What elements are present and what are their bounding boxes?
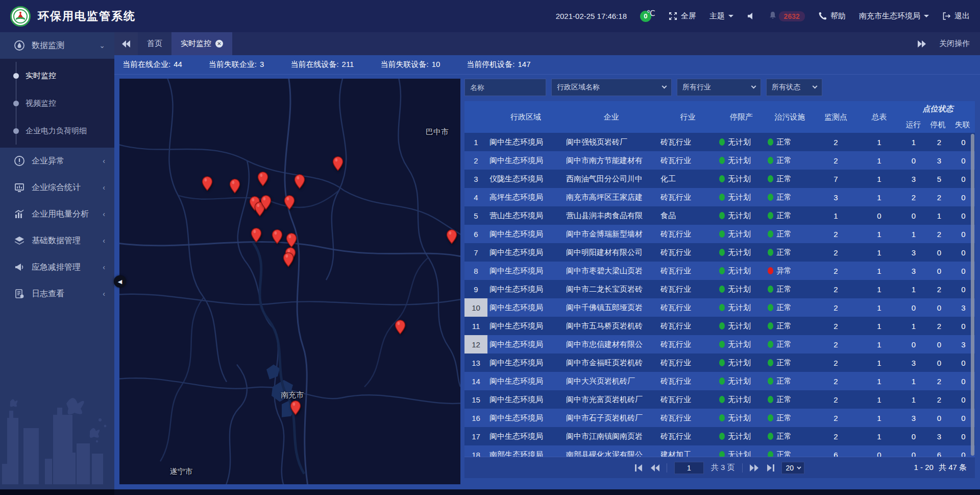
sidebar-item-log[interactable]: 日志查看‹ xyxy=(0,280,114,307)
table-row[interactable]: 18南部生态环境局南部县砚化水泥有限公建材加工无计划正常60060 xyxy=(464,445,975,457)
status-select[interactable]: 所有状态 xyxy=(766,79,822,96)
fullscreen-button[interactable]: 全屏 xyxy=(669,11,696,21)
tab-realtime-monitor[interactable]: 实时监控 ✕ xyxy=(172,32,232,55)
company-cell: 阆中市二龙长宝页岩砖 xyxy=(564,285,658,294)
status-dot-icon xyxy=(768,378,773,385)
sidebar-item-stats[interactable]: 企业综合统计‹ xyxy=(0,174,114,201)
running-cell: 1 xyxy=(901,377,926,386)
facility-status-cell: 正常 xyxy=(766,376,814,386)
map-pin-icon[interactable] xyxy=(395,319,406,334)
table-row[interactable]: 11阆中生态环境局阆中市五马桥页岩机砖砖瓦行业无计划正常21120 xyxy=(464,317,975,335)
bureau-cell: 阆中生态环境局 xyxy=(487,285,564,294)
map-pin-icon[interactable] xyxy=(283,252,294,267)
company-cell: 阆中明阳建材有限公司 xyxy=(564,248,658,257)
production-status-cell: 无计划 xyxy=(717,193,766,202)
prev-page-button[interactable] xyxy=(651,464,659,472)
logout-button[interactable]: 退出 xyxy=(942,11,970,21)
company-cell: 阆中市金博瑞新型墙材 xyxy=(564,229,658,239)
row-index-cell: 10 xyxy=(464,298,487,317)
status-dot-icon xyxy=(719,396,725,403)
map-pin-icon[interactable] xyxy=(257,172,268,186)
sidebar-item-monitor[interactable]: 数据监测⌄ xyxy=(0,32,114,59)
map-pin-icon[interactable] xyxy=(202,176,213,191)
map-pin-icon[interactable] xyxy=(272,229,283,244)
first-page-button[interactable] xyxy=(635,464,644,472)
table-row[interactable]: 7阆中生态环境局阆中明阳建材有限公司砖瓦行业无计划正常21300 xyxy=(464,243,975,262)
last-page-button[interactable] xyxy=(766,464,774,472)
points-cell: 2 xyxy=(814,303,857,312)
close-operations-dropdown[interactable]: 关闭操作 xyxy=(939,39,970,49)
next-page-button[interactable] xyxy=(750,464,758,472)
sidebar-subitem-label: 实时监控 xyxy=(26,71,56,81)
enterprise-table: 行政区域 企业 行业 停限产 治污设施 监测点 总表 点位状态 运行 xyxy=(464,101,975,457)
map-canvas[interactable]: ◀ 巴中市南充市遂宁市 xyxy=(119,79,460,484)
table-row[interactable]: 5营山生态环境局营山县润丰肉食品有限食品无计划正常10010 xyxy=(464,206,975,225)
table-row[interactable]: 12阆中生态环境局阆中市忠信建材有限公砖瓦行业无计划正常21003 xyxy=(464,335,975,353)
column-group-title: 点位状态 xyxy=(901,101,975,116)
page-size-select[interactable]: 20 xyxy=(781,462,805,474)
name-search-input[interactable] xyxy=(464,79,546,96)
industry-select[interactable]: 所有行业 xyxy=(677,79,761,96)
sidebar-item-label: 企业异常 xyxy=(32,156,64,167)
sidebar-item-alert[interactable]: 企业异常‹ xyxy=(0,148,114,174)
sidebar-subitem-label: 视频监控 xyxy=(26,99,56,108)
facility-status-label: 正常 xyxy=(776,376,792,386)
table-row[interactable]: 8阆中生态环境局阆中市枣碧大梁山页岩砖瓦行业无计划异常21300 xyxy=(464,262,975,280)
table-row[interactable]: 16阆中生态环境局阆中市石子页岩机砖厂砖瓦行业无计划正常21300 xyxy=(464,409,975,427)
theme-dropdown[interactable]: 主题 xyxy=(709,11,733,21)
org-dropdown[interactable]: 南充市生态环境局 xyxy=(859,11,929,21)
table-row[interactable]: 9阆中生态环境局阆中市二龙长宝页岩砖砖瓦行业无计划正常21120 xyxy=(464,280,975,298)
stat-item: 当前停机设备:147 xyxy=(467,60,530,69)
table-row[interactable]: 4高坪生态环境局南充市高坪区王家店建砖瓦行业无计划正常31220 xyxy=(464,188,975,206)
table-row[interactable]: 15阆中生态环境局阆中市光富页岩机砖厂砖瓦行业无计划正常21120 xyxy=(464,390,975,409)
table-row[interactable]: 13阆中生态环境局阆中市金福旺页岩机砖砖瓦行业无计划正常21300 xyxy=(464,353,975,372)
org-label: 南充市生态环境局 xyxy=(859,11,920,21)
sidebar-item-layers[interactable]: 基础数据管理‹ xyxy=(0,227,114,254)
tabs-scroll-right-button[interactable] xyxy=(918,40,926,48)
map-pin-icon[interactable] xyxy=(286,232,297,247)
region-select[interactable]: 行政区域名称 xyxy=(551,79,672,96)
company-cell: 阆中大兴页岩机砖厂 xyxy=(564,376,658,386)
production-status-label: 无计划 xyxy=(728,432,751,441)
table-row[interactable]: 3仪陇生态环境局西南油气田分公司川中化工无计划正常71350 xyxy=(464,170,975,188)
map-pin-icon[interactable] xyxy=(332,156,344,171)
table-row[interactable]: 2阆中生态环境局阆中市南方节能建材有砖瓦行业无计划正常21030 xyxy=(464,151,975,170)
skyline-decoration xyxy=(0,382,114,484)
table-row[interactable]: 14阆中生态环境局阆中大兴页岩机砖厂砖瓦行业无计划正常21120 xyxy=(464,372,975,390)
table-row[interactable]: 10阆中生态环境局阆中千佛镇五郎垭页岩砖瓦行业无计划正常21003 xyxy=(464,298,975,317)
help-button[interactable]: 帮助 xyxy=(818,11,846,21)
row-index-cell: 5 xyxy=(464,206,487,225)
meters-cell: 1 xyxy=(857,285,901,294)
map-pin-icon[interactable] xyxy=(294,174,305,189)
status-dot-icon xyxy=(719,378,725,385)
tabs-scroll-left-button[interactable] xyxy=(114,32,138,55)
page-number-input[interactable] xyxy=(674,462,704,474)
map-pin-icon[interactable] xyxy=(260,195,272,210)
map-pin-icon[interactable] xyxy=(446,229,457,244)
table-row[interactable]: 17阆中生态环境局阆中市江南镇阆南页岩砖瓦行业无计划正常21030 xyxy=(464,427,975,445)
production-status-label: 无计划 xyxy=(728,450,751,457)
table-scrollbar[interactable] xyxy=(971,134,974,456)
map-pin-icon[interactable] xyxy=(251,228,262,243)
sound-toggle-button[interactable] xyxy=(747,12,755,20)
tab-close-icon[interactable]: ✕ xyxy=(215,40,223,48)
table-row[interactable]: 6阆中生态环境局阆中市金博瑞新型墙材砖瓦行业无计划正常21120 xyxy=(464,225,975,243)
sidebar-item-label: 基础数据管理 xyxy=(32,235,81,246)
stopped-cell: 0 xyxy=(926,267,952,275)
sidebar-subitem[interactable]: 视频监控 xyxy=(0,89,114,117)
status-dot-icon xyxy=(719,175,725,182)
map-pin-icon[interactable] xyxy=(284,195,295,210)
map-pin-icon[interactable] xyxy=(290,400,301,415)
table-row[interactable]: 1阆中生态环境局阆中强锐页岩砖厂砖瓦行业无计划正常21120 xyxy=(464,133,975,151)
map-collapse-button[interactable]: ◀ xyxy=(114,275,126,288)
sidebar-subitem[interactable]: 企业电力负荷明细 xyxy=(0,117,114,145)
facility-status-cell: 正常 xyxy=(766,193,814,202)
points-cell: 2 xyxy=(814,432,857,441)
sidebar-item-chart[interactable]: 企业用电量分析‹ xyxy=(0,201,114,227)
tab-home[interactable]: 首页 xyxy=(138,32,172,55)
map-pin-icon[interactable] xyxy=(229,179,240,194)
sidebar-subitem[interactable]: 实时监控 xyxy=(0,62,114,89)
notification-button[interactable]: 2632 xyxy=(769,11,805,21)
sidebar-item-megaphone[interactable]: 应急减排管理‹ xyxy=(0,254,114,280)
status-dot-icon xyxy=(768,212,773,219)
